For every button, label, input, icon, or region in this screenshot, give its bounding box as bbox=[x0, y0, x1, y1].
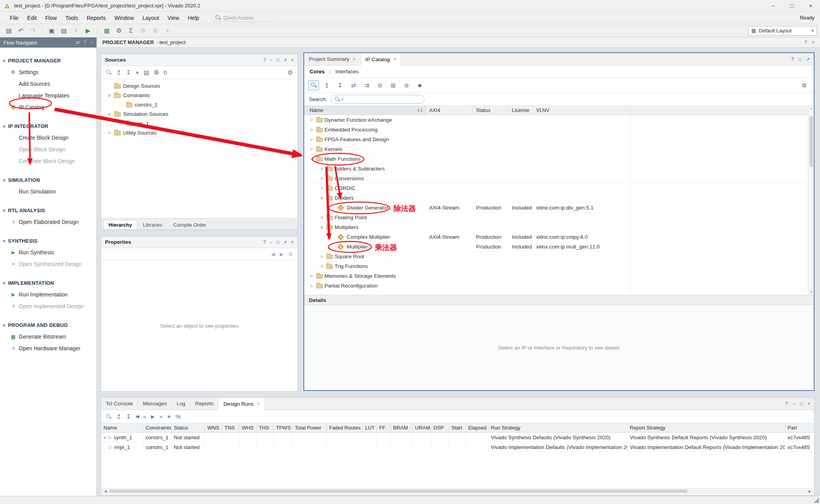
sidebar-item-language-templates[interactable]: Language Templates bbox=[0, 90, 96, 101]
column-header-license[interactable]: License bbox=[509, 106, 533, 115]
sidebar-item-run-synthesis[interactable]: ▶ Run Synthesis bbox=[0, 247, 96, 258]
scrollbar-thumb[interactable] bbox=[109, 490, 687, 493]
close-icon[interactable]: × bbox=[291, 240, 294, 245]
menu-reports[interactable]: Reports bbox=[82, 13, 110, 23]
sidebar-item-open-hardware-manager[interactable]: > Open Hardware Manager bbox=[0, 343, 96, 354]
copy-icon[interactable]: ▣ bbox=[46, 26, 57, 36]
expand-icon[interactable]: ∨ bbox=[107, 112, 112, 117]
details-header[interactable]: Details bbox=[304, 295, 814, 305]
paste-icon[interactable]: ▤ bbox=[58, 26, 70, 36]
collapse-all-icon[interactable]: ↥ bbox=[116, 413, 121, 420]
program-device-icon[interactable]: ▦ bbox=[101, 26, 112, 36]
menu-layout[interactable]: Layout bbox=[138, 13, 163, 23]
rewind-icon[interactable]: « bbox=[143, 413, 146, 420]
sidebar-item-ip-catalog[interactable]: IP Catalog bbox=[0, 101, 96, 113]
sidebar-item-run-simulation[interactable]: Run Simulation bbox=[0, 186, 96, 197]
menu-file[interactable]: File bbox=[5, 13, 23, 23]
section-header-implementation[interactable]: ∨ IMPLEMENTATION bbox=[0, 277, 96, 289]
expand-all-icon[interactable]: ↧ bbox=[126, 69, 131, 76]
minimize-button[interactable]: − bbox=[764, 0, 783, 11]
scroll-down-icon[interactable]: ∨ bbox=[808, 289, 814, 295]
edit-icon[interactable]: ⊚ bbox=[150, 26, 161, 36]
scroll-right-icon[interactable]: ▶ bbox=[807, 489, 813, 493]
float-icon[interactable]: ↗ bbox=[806, 57, 810, 62]
report-icon[interactable]: ▤ bbox=[3, 26, 14, 36]
properties-panel-header[interactable]: Properties ? − □ ↗ × bbox=[101, 236, 298, 248]
expand-icon[interactable]: > bbox=[319, 254, 324, 259]
menu-edit[interactable]: Edit bbox=[23, 13, 41, 23]
tree-item-utility-sources[interactable]: > Utility Sources bbox=[101, 128, 298, 137]
ip-category-row[interactable]: >Dynamic Function eXchange bbox=[304, 115, 814, 125]
ip-category-row-multipliers[interactable]: ∨Multipliers bbox=[304, 222, 814, 232]
section-header-program-and-debug[interactable]: ∨ PROGRAM AND DEBUG bbox=[0, 319, 96, 331]
scroll-up-icon[interactable]: ∧ bbox=[808, 106, 814, 112]
menu-view[interactable]: View bbox=[163, 13, 184, 23]
run-row-synth-1[interactable]: ∨ ▷ synth_1 constrs_1 Not started Vivado… bbox=[101, 433, 814, 442]
redo-icon[interactable]: ↷ bbox=[27, 26, 39, 36]
search-icon[interactable] bbox=[106, 413, 112, 419]
undo-icon[interactable]: ↶ bbox=[15, 26, 27, 36]
search-icon[interactable] bbox=[308, 80, 319, 91]
expand-icon[interactable]: > bbox=[309, 283, 314, 288]
maximize-icon[interactable]: □ bbox=[800, 401, 803, 406]
tree-item-simulation-sources[interactable]: ∨ Simulation Sources bbox=[101, 109, 298, 119]
ip-category-row-dividers[interactable]: ∨Dividers bbox=[304, 193, 814, 203]
menu-window[interactable]: Window bbox=[110, 13, 138, 23]
step-back-icon[interactable]: |◀ bbox=[135, 414, 138, 419]
view-cores[interactable]: Cores bbox=[310, 69, 324, 75]
menu-flow[interactable]: Flow bbox=[41, 13, 61, 23]
add-repository-icon[interactable]: ⊞ bbox=[388, 80, 399, 91]
help-icon[interactable]: ? bbox=[785, 401, 788, 406]
ip-search-field[interactable]: ▾ bbox=[331, 95, 424, 104]
maximize-icon[interactable]: □ bbox=[276, 57, 279, 63]
percent-icon[interactable]: % bbox=[175, 413, 180, 420]
back-icon[interactable]: ◀ bbox=[271, 251, 275, 257]
tab-reports[interactable]: Reports bbox=[191, 398, 219, 410]
section-header-project-manager[interactable]: ∨ PROJECT MANAGER bbox=[0, 55, 96, 66]
expand-icon[interactable]: ∨ bbox=[103, 435, 108, 440]
flat-view-icon[interactable]: ⇉ bbox=[361, 80, 372, 91]
expand-icon[interactable]: > bbox=[309, 273, 314, 278]
doc-icon[interactable]: ▤ bbox=[144, 69, 149, 76]
ip-category-row-math-functions[interactable]: ∨Math Functions bbox=[304, 154, 814, 164]
minimize-icon[interactable]: − bbox=[793, 401, 795, 406]
close-tool-icon[interactable]: × bbox=[162, 26, 173, 36]
add-sources-icon[interactable]: + bbox=[135, 69, 139, 76]
help-icon[interactable]: ? bbox=[84, 40, 86, 45]
forward-icon[interactable]: ▶ bbox=[280, 251, 283, 257]
settings-gear-icon[interactable]: ⚙ bbox=[113, 26, 125, 36]
create-run-icon[interactable]: + bbox=[167, 413, 171, 420]
sidebar-item-open-implemented-design[interactable]: > Open Implemented Design bbox=[0, 300, 96, 312]
ip-category-row[interactable]: >Square Root bbox=[304, 252, 814, 261]
tab-log[interactable]: Log bbox=[172, 398, 191, 410]
sidebar-item-open-synthesized-design[interactable]: > Open Synthesized Design bbox=[0, 258, 96, 270]
tab-tcl-console[interactable]: Tcl Console bbox=[101, 398, 138, 410]
cut-icon[interactable]: ⊘ bbox=[137, 26, 149, 36]
section-header-synthesis[interactable]: ∨ SYNTHESIS bbox=[0, 235, 96, 247]
run-icon[interactable]: ▶ bbox=[151, 414, 155, 419]
sidebar-item-settings[interactable]: ⚙ Settings bbox=[0, 66, 96, 78]
ip-core-row-divider-generator[interactable]: Divider Generator AXI4-Stream Production… bbox=[304, 203, 814, 213]
ip-category-row[interactable]: >Kernels bbox=[304, 144, 814, 154]
sidebar-item-open-block-design[interactable]: Open Block Design bbox=[0, 144, 96, 155]
expand-icon[interactable]: ∨ bbox=[309, 156, 314, 161]
help-icon[interactable]: ? bbox=[263, 240, 266, 245]
menu-help[interactable]: Help bbox=[184, 13, 203, 23]
resize-grip[interactable] bbox=[814, 498, 819, 503]
section-header-ip-integrator[interactable]: ∨ IP INTEGRATOR bbox=[0, 120, 96, 132]
delete-icon[interactable]: × bbox=[70, 26, 82, 36]
forward-icon[interactable]: » bbox=[159, 413, 162, 420]
maximize-icon[interactable]: □ bbox=[799, 57, 801, 62]
sidebar-item-generate-block-design[interactable]: Generate Block Design bbox=[0, 155, 96, 167]
collapse-all-icon[interactable]: ↥ bbox=[321, 80, 332, 91]
sidebar-item-add-sources[interactable]: Add Sources bbox=[0, 78, 96, 90]
close-button[interactable]: × bbox=[801, 0, 820, 11]
expand-icon[interactable]: > bbox=[309, 117, 314, 122]
help-icon[interactable]: ? bbox=[791, 57, 794, 62]
expand-icon[interactable]: > bbox=[309, 137, 314, 142]
vertical-scrollbar[interactable]: ∧ ∨ bbox=[808, 106, 814, 295]
expand-icon[interactable]: > bbox=[309, 147, 314, 151]
expand-icon[interactable]: > bbox=[319, 166, 324, 171]
tab-design-runs[interactable]: Design Runs × bbox=[219, 398, 265, 410]
section-header-simulation[interactable]: ∨ SIMULATION bbox=[0, 174, 96, 186]
